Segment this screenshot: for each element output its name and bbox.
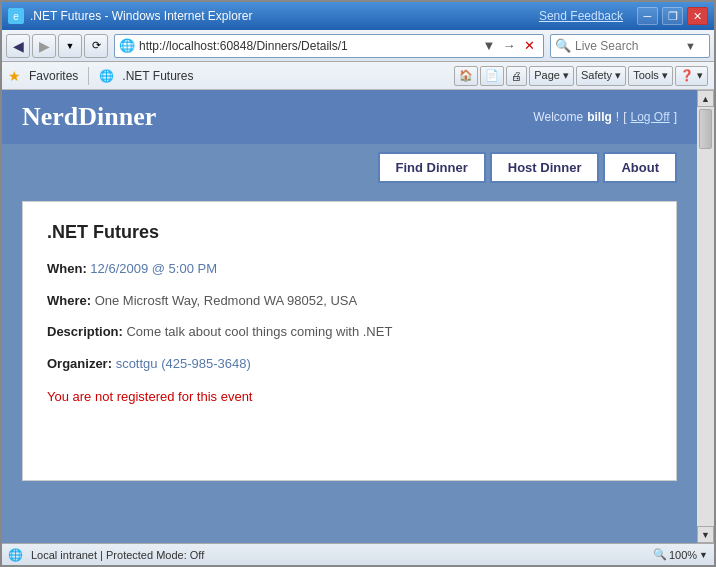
host-dinner-button[interactable]: Host Dinner <box>490 152 600 183</box>
where-field: Where: One Microsft Way, Redmond WA 9805… <box>47 291 652 311</box>
app-icon: e <box>8 8 24 24</box>
scroll-up-button[interactable]: ▲ <box>697 90 714 107</box>
address-dropdown[interactable]: ▼ <box>479 36 499 56</box>
logoff-link[interactable]: Log Off <box>631 110 670 124</box>
minimize-button[interactable]: ─ <box>637 7 658 25</box>
favorites-bar: ★ Favorites 🌐 .NET Futures 🏠 📄 🖨 Page ▾ … <box>2 62 714 90</box>
site-nav: Find Dinner Host Dinner About <box>2 144 697 191</box>
send-feedback-link[interactable]: Send Feedback <box>539 9 623 23</box>
rss-button[interactable]: 📄 <box>480 66 504 86</box>
find-dinner-button[interactable]: Find Dinner <box>378 152 486 183</box>
dinner-title: .NET Futures <box>47 222 652 243</box>
page-menu[interactable]: Page ▾ <box>529 66 574 86</box>
description-field: Description: Come talk about cool things… <box>47 322 652 342</box>
when-label: When: <box>47 261 87 276</box>
welcome-text: Welcome <box>533 110 583 124</box>
print-button[interactable]: 🖨 <box>506 66 527 86</box>
scrollbar[interactable]: ▲ ▼ <box>697 90 714 543</box>
toolbar-right: 🏠 📄 🖨 Page ▾ Safety ▾ Tools ▾ ❓ ▾ <box>454 66 708 86</box>
scroll-track[interactable] <box>697 107 714 526</box>
zone-text: Local intranet | Protected Mode: Off <box>31 549 645 561</box>
dropdown-button[interactable]: ▼ <box>58 34 82 58</box>
username: billg <box>587 110 612 124</box>
zoom-icon: 🔍 <box>653 548 667 561</box>
zoom-level[interactable]: 🔍 100% ▼ <box>653 548 708 561</box>
site-header: NerdDinner Welcome billg ! [ Log Off ] <box>2 90 697 144</box>
site-title: NerdDinner <box>22 102 156 132</box>
search-bar[interactable]: 🔍 ▼ <box>550 34 710 58</box>
safety-menu[interactable]: Safety ▾ <box>576 66 626 86</box>
content-area: NerdDinner Welcome billg ! [ Log Off ] F… <box>2 90 714 543</box>
scroll-down-button[interactable]: ▼ <box>697 526 714 543</box>
zone-icon: 🌐 <box>8 548 23 562</box>
ie-icon: 🌐 <box>99 69 114 83</box>
dinner-card: .NET Futures When: 12/6/2009 @ 5:00 PM W… <box>22 201 677 481</box>
restore-button[interactable]: ❐ <box>662 7 683 25</box>
logoff-bracket-close: ] <box>674 110 677 124</box>
close-button[interactable]: ✕ <box>687 7 708 25</box>
tools-menu[interactable]: Tools ▾ <box>628 66 673 86</box>
web-page: NerdDinner Welcome billg ! [ Log Off ] F… <box>2 90 697 543</box>
zoom-text: 100% <box>669 549 697 561</box>
where-value: One Microsft Way, Redmond WA 98052, USA <box>95 293 358 308</box>
about-button[interactable]: About <box>603 152 677 183</box>
home-button[interactable]: 🏠 <box>454 66 478 86</box>
description-label: Description: <box>47 324 123 339</box>
help-button[interactable]: ❓ ▾ <box>675 66 708 86</box>
main-content: .NET Futures When: 12/6/2009 @ 5:00 PM W… <box>2 191 697 501</box>
search-input[interactable] <box>575 39 685 53</box>
scroll-thumb[interactable] <box>699 109 712 149</box>
favorites-tab[interactable]: .NET Futures <box>122 69 193 83</box>
favorites-star-icon: ★ <box>8 68 21 84</box>
address-go-button[interactable]: → <box>499 36 519 56</box>
welcome-message: Welcome billg ! [ Log Off ] <box>533 110 677 124</box>
back-button[interactable]: ◀ <box>6 34 30 58</box>
page-icon: 🌐 <box>119 38 135 54</box>
when-value: 12/6/2009 @ 5:00 PM <box>90 261 217 276</box>
when-field: When: 12/6/2009 @ 5:00 PM <box>47 259 652 279</box>
favorites-label[interactable]: Favorites <box>29 69 78 83</box>
status-bar: 🌐 Local intranet | Protected Mode: Off 🔍… <box>2 543 714 565</box>
address-text: http://localhost:60848/Dinners/Details/1 <box>139 39 479 53</box>
forward-button[interactable]: ▶ <box>32 34 56 58</box>
not-registered-text: You are not registered for this event <box>47 389 652 404</box>
where-label: Where: <box>47 293 91 308</box>
refresh-button[interactable]: ⟳ <box>84 34 108 58</box>
ie-search-icon: 🔍 <box>555 38 571 53</box>
logoff-bracket-open: [ <box>623 110 626 124</box>
navigation-bar: ◀ ▶ ▼ ⟳ 🌐 http://localhost:60848/Dinners… <box>2 30 714 62</box>
separator <box>88 67 89 85</box>
description-value: Come talk about cool things coming with … <box>126 324 392 339</box>
titlebar: e .NET Futures - Windows Internet Explor… <box>2 2 714 30</box>
window-title: .NET Futures - Windows Internet Explorer <box>30 9 253 23</box>
search-button[interactable]: ▼ <box>685 40 696 52</box>
zoom-dropdown-icon[interactable]: ▼ <box>699 550 708 560</box>
organizer-field: Organizer: scottgu (425-985-3648) <box>47 354 652 374</box>
organizer-label: Organizer: <box>47 356 112 371</box>
welcome-suffix: ! <box>616 110 619 124</box>
address-bar[interactable]: 🌐 http://localhost:60848/Dinners/Details… <box>114 34 544 58</box>
organizer-value: scottgu (425-985-3648) <box>116 356 251 371</box>
address-stop-button[interactable]: ✕ <box>519 36 539 56</box>
